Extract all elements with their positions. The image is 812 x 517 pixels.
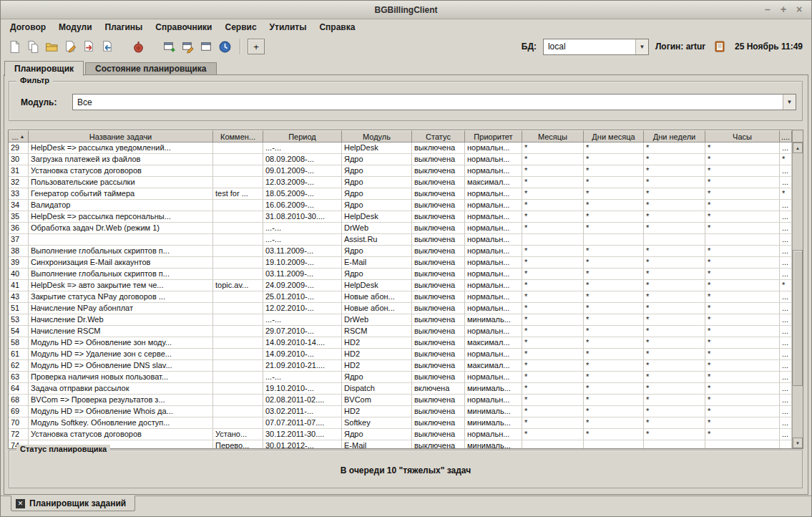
menu-dogovor[interactable]: Договор xyxy=(4,21,52,34)
title-bar[interactable]: BGBillingClient – + × xyxy=(1,1,811,19)
table-cell: * xyxy=(705,177,780,188)
document-export-icon[interactable] xyxy=(81,38,97,55)
bottom-tab-scheduler[interactable]: ✕ Планировщик заданий xyxy=(11,496,135,511)
table-row[interactable]: 62Модуль HD => Обновление DNS slav...21.… xyxy=(9,360,792,372)
table-cell: * xyxy=(584,223,644,234)
column-header[interactable]: Дни месяца xyxy=(584,130,644,142)
table-row[interactable]: 63Проверка наличия новых пользоват......… xyxy=(9,372,792,383)
table-cell: Проверка наличия новых пользоват... xyxy=(29,372,213,383)
copy-document-icon[interactable] xyxy=(25,38,41,55)
table-row[interactable]: 72Установка статусов договоровУстано...3… xyxy=(9,429,792,440)
clock-icon[interactable] xyxy=(217,38,233,55)
journal-icon[interactable] xyxy=(712,38,728,55)
table-row[interactable]: 30Загрузка платежей из файлов08.09.2008-… xyxy=(9,154,792,165)
table-cell: 38 xyxy=(9,246,29,257)
sort-ascending-icon: ▲ xyxy=(20,134,25,139)
column-header[interactable]: Дни недели xyxy=(644,130,705,142)
menu-utility[interactable]: Утилиты xyxy=(263,21,313,34)
table-row[interactable]: 43Закрытие статуса NPay договоров ...25.… xyxy=(9,291,792,303)
module-filter-select[interactable]: Все ▼ xyxy=(72,94,796,110)
table-row[interactable]: 34Валидатор16.06.2009-...Ядровыключенано… xyxy=(9,200,792,211)
window-edit-icon[interactable] xyxy=(180,38,196,55)
add-tab-button[interactable]: + xyxy=(248,39,265,54)
table-cell: Загрузка платежей из файлов xyxy=(29,154,213,165)
table-cell: * xyxy=(644,429,705,440)
table-cell: * xyxy=(644,280,705,291)
table-cell: Модуль HD => Обновление зон моду... xyxy=(29,337,213,349)
table-row[interactable]: 35HelpDesk => рассылка персональны...31.… xyxy=(9,211,792,223)
table-cell: Dispatch xyxy=(342,383,412,395)
table-row[interactable]: 54Начисление RSCM29.07.2010-...RSCMвыклю… xyxy=(9,326,792,337)
table-cell: 03.11.2009-... xyxy=(263,246,342,257)
menu-moduli[interactable]: Модули xyxy=(52,21,98,34)
db-select[interactable]: local ▼ xyxy=(543,39,649,55)
vertical-scrollbar[interactable]: ▲ ▼ xyxy=(792,142,803,448)
table-cell: * xyxy=(584,360,644,372)
table-cell: выключена xyxy=(412,314,465,326)
close-tab-icon[interactable]: ✕ xyxy=(16,499,25,508)
scrollbar-down-button[interactable]: ▼ xyxy=(793,438,803,448)
table-row[interactable]: 31Установка статусов договоров09.01.2009… xyxy=(9,165,792,177)
minimize-button[interactable]: – xyxy=(761,4,774,16)
table-cell: 29.07.2010-... xyxy=(263,326,342,337)
table-row[interactable]: 74Перево...30.01.2012-...E-Mailвыключена… xyxy=(9,440,792,448)
table-row[interactable]: 68BVCom => Проверка результатов з...02.0… xyxy=(9,395,792,406)
table-cell: Модуль HD => Обновление Whois да... xyxy=(29,406,213,417)
close-button[interactable]: × xyxy=(793,4,806,16)
column-header[interactable]: Статус xyxy=(412,130,465,142)
column-header[interactable]: .... xyxy=(780,130,792,142)
module-filter-label: Модуль: xyxy=(21,97,57,107)
table-row[interactable]: 38Выполнение глобальных скриптов п...03.… xyxy=(9,246,792,257)
table-cell: * xyxy=(522,360,584,372)
table-cell: ... xyxy=(780,200,792,211)
maximize-button[interactable]: + xyxy=(777,4,790,16)
column-header[interactable]: Название задачи xyxy=(29,130,213,142)
column-header[interactable]: Приоритет xyxy=(465,130,522,142)
table-cell: 19.10.2010-... xyxy=(263,383,342,395)
table-row[interactable]: 51Начисление NPay абонплат12.02.2010-...… xyxy=(9,303,792,314)
tab-scheduler-state[interactable]: Состояние планировщика xyxy=(85,62,216,75)
column-header[interactable]: Часы xyxy=(705,130,780,142)
new-document-icon[interactable] xyxy=(6,38,23,55)
table-row[interactable]: 61Модуль HD => Удаление зон с серве...14… xyxy=(9,349,792,360)
table-row[interactable]: 33Генератор событий таймераtest for ...1… xyxy=(9,188,792,200)
table-row[interactable]: 36Обработка задач Dr.Web (режим 1)...-..… xyxy=(9,223,792,234)
column-header[interactable]: Период xyxy=(263,130,342,142)
table-cell: нормальн... xyxy=(465,303,522,314)
table-row[interactable]: 40Выполнение глобальных скриптов п...03.… xyxy=(9,269,792,280)
table-row[interactable]: 37...-...Assist.Ruвыключенанормальн.....… xyxy=(9,234,792,246)
table-row[interactable]: 39Синхронизация E-Mail аккаунтов19.10.20… xyxy=(9,257,792,269)
scrollbar-thumb[interactable] xyxy=(793,250,803,386)
tab-scheduler[interactable]: Планировщик xyxy=(4,61,84,76)
table-cell: 09.01.2009-... xyxy=(263,165,342,177)
table-row[interactable]: 58Модуль HD => Обновление зон моду...14.… xyxy=(9,337,792,349)
menu-spravochniki[interactable]: Справочники xyxy=(149,21,218,34)
table-cell: ... xyxy=(780,211,792,223)
table-row[interactable]: 69Модуль HD => Обновление Whois да...03.… xyxy=(9,406,792,417)
table-cell xyxy=(213,406,263,417)
menu-spravka[interactable]: Справка xyxy=(313,21,361,34)
column-header[interactable]: Месяцы xyxy=(522,130,584,142)
table-cell: * xyxy=(644,142,705,154)
seal-icon[interactable] xyxy=(130,38,147,55)
table-cell xyxy=(522,234,584,246)
table-row[interactable]: 32Пользовательские рассылки12.03.2009-..… xyxy=(9,177,792,188)
menu-servis[interactable]: Сервис xyxy=(218,21,263,34)
window-add-icon[interactable] xyxy=(161,38,177,55)
scrollbar-up-button[interactable]: ▲ xyxy=(793,142,803,153)
open-folder-icon[interactable] xyxy=(44,38,60,55)
column-header[interactable]: ...▲ xyxy=(9,130,29,142)
column-header[interactable]: Коммен... xyxy=(213,130,263,142)
table-row[interactable]: 29HelpDesk => рассылка уведомлений......… xyxy=(9,142,792,154)
column-header[interactable]: Модуль xyxy=(342,130,412,142)
table-row[interactable]: 64Задача отправки рассылок19.10.2010-...… xyxy=(9,383,792,395)
table-row[interactable]: 70Модуль Softkey. Обновление доступ...07… xyxy=(9,417,792,429)
menu-plaginy[interactable]: Плагины xyxy=(99,21,150,34)
table-row[interactable]: 41HelpDesk => авто закрытие тем че...top… xyxy=(9,280,792,291)
table-cell: HD2 xyxy=(342,406,412,417)
table-cell: максимал... xyxy=(465,360,522,372)
window-icon[interactable] xyxy=(198,38,215,55)
edit-document-icon[interactable] xyxy=(62,38,79,55)
table-row[interactable]: 53Начисление Dr.Web...-...DrWebвыключена… xyxy=(9,314,792,326)
document-import-icon[interactable] xyxy=(99,38,116,55)
